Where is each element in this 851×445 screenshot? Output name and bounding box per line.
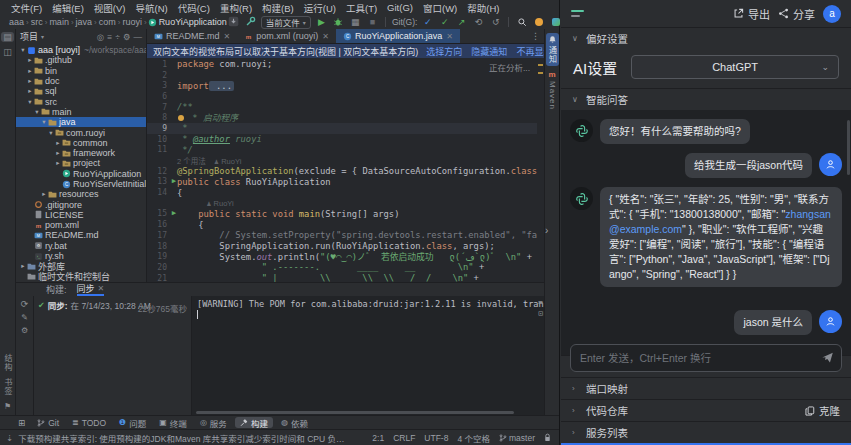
menu-item[interactable]: 代码(C) bbox=[173, 1, 215, 15]
menu-item[interactable]: 工具(T) bbox=[341, 1, 382, 15]
tree-item-license[interactable]: LICENSE bbox=[16, 210, 146, 220]
chat-bubble[interactable]: { "姓名": "张三", "年龄": 25, "性别": "男", "联系方式… bbox=[600, 187, 842, 287]
git-push-icon[interactable]: ↗ bbox=[455, 16, 468, 28]
breadcrumb-item[interactable]: main bbox=[48, 17, 70, 27]
close-icon[interactable]: ✕ bbox=[322, 32, 329, 41]
tree-item-readme.md[interactable]: MREADME.md bbox=[16, 230, 146, 240]
git-rollback-icon[interactable]: ↺ bbox=[489, 16, 502, 28]
chevron-down-icon[interactable]: ▾ bbox=[19, 46, 27, 54]
wrench-icon[interactable] bbox=[244, 15, 257, 29]
tree-item-java[interactable]: ▾java bbox=[16, 117, 146, 127]
chat-bubble[interactable]: 给我生成一段jason代码 bbox=[685, 153, 812, 178]
chat-bubble[interactable]: jason 是什么 bbox=[734, 310, 812, 335]
filter-settings-icon[interactable]: ⚙ bbox=[21, 326, 28, 335]
chat-scrollbar[interactable] bbox=[847, 120, 850, 175]
chevron-right-icon[interactable]: ▸ bbox=[19, 262, 27, 270]
chevron-down-icon[interactable]: ▾ bbox=[26, 98, 34, 106]
build-tab-sync[interactable]: 同步✕ bbox=[77, 283, 105, 296]
collapse-icon[interactable]: ÷ bbox=[115, 32, 120, 42]
banner-action[interactable]: 不再显示 bbox=[516, 45, 544, 58]
code-line[interactable]: RuoYi bbox=[147, 198, 544, 209]
chevron-right-icon[interactable]: ▸ bbox=[54, 149, 62, 157]
chevron-down-icon[interactable]: ▾ bbox=[47, 129, 55, 137]
menu-item[interactable]: 重构(R) bbox=[215, 1, 257, 15]
tree-item-ruoyiservletinitiali[interactable]: CRuoYiServletInitiali bbox=[16, 179, 146, 189]
tree-item-ruoyiapplication[interactable]: RuoYiApplication bbox=[16, 169, 146, 179]
maven-tool-button[interactable]: m Maven bbox=[548, 70, 557, 110]
section-服务列表[interactable]: ›服务列表 bbox=[561, 421, 851, 443]
project-panel-title[interactable]: 项目 bbox=[20, 30, 38, 43]
chevron-down-icon[interactable]: ▾ bbox=[40, 118, 48, 126]
close-icon[interactable]: ✕ bbox=[98, 284, 105, 293]
toolwindow-todo-button[interactable]: ≣TODO bbox=[67, 417, 111, 428]
refresh-icon[interactable]: ⟳ bbox=[21, 299, 29, 309]
breadcrumb-item[interactable]: com bbox=[98, 17, 117, 27]
tab-ruoyiapplication.java[interactable]: CRuoYiApplication.java✕ bbox=[336, 29, 460, 43]
tree-item-ry.bat[interactable]: ⚙ry.bat bbox=[16, 241, 146, 251]
close-icon[interactable]: ✕ bbox=[224, 32, 231, 41]
preferences-section-header[interactable]: ∨ 偏好设置 bbox=[561, 27, 851, 49]
toolwindow-git-button[interactable]: Git bbox=[32, 417, 64, 428]
chevron-right-icon[interactable]: ▸ bbox=[26, 87, 34, 95]
send-icon[interactable] bbox=[821, 351, 834, 364]
code-editor[interactable]: 正在分析... 1package com.ruoyi;23import ...6… bbox=[147, 58, 544, 282]
caret-position[interactable]: 2:1 bbox=[372, 433, 384, 443]
code-line[interactable]: 8 * 启动程序 bbox=[147, 112, 544, 123]
menu-item[interactable]: 窗口(W) bbox=[418, 1, 462, 15]
tree-item-aaa-ruoyi-[interactable]: ▾aaa [ruoyi]~/workspace/aaa bbox=[16, 45, 146, 55]
stop-icon[interactable]: ■ bbox=[366, 16, 379, 28]
code-line[interactable]: 16 { bbox=[147, 219, 544, 230]
intention-bulb-icon[interactable] bbox=[178, 115, 184, 121]
menu-icon[interactable] bbox=[571, 10, 584, 17]
git-history-icon[interactable]: ⟲ bbox=[472, 16, 485, 28]
code-line[interactable]: 10 * @author ruoyi bbox=[147, 134, 544, 145]
code-line[interactable]: 21 " | _ _ \\ \\ \\ / / \n" + bbox=[147, 273, 544, 282]
window-icon[interactable]: ⊞ bbox=[18, 418, 25, 428]
code-line[interactable]: 2 个用法RuoYi bbox=[147, 155, 544, 166]
tree-item--[interactable]: 临时文件和控制台 bbox=[16, 272, 146, 282]
chevron-right-icon[interactable]: ▸ bbox=[26, 56, 34, 64]
commit-tool-button[interactable]: ◫ bbox=[3, 47, 12, 57]
tree-item-bin[interactable]: ▸bin bbox=[16, 66, 146, 76]
code-line[interactable]: 14{ bbox=[147, 187, 544, 198]
chevron-right-icon[interactable]: ▸ bbox=[54, 139, 62, 147]
run-gutter-icon[interactable]: ▶ bbox=[172, 177, 176, 185]
pin-icon[interactable]: ✎ bbox=[21, 313, 28, 322]
git-commit-icon[interactable]: ✓ bbox=[438, 16, 451, 28]
chevron-right-icon[interactable]: ▸ bbox=[26, 67, 34, 75]
code-line[interactable]: 3import ... bbox=[147, 80, 544, 91]
breadcrumb-item[interactable]: ruoyi bbox=[121, 17, 143, 27]
tree-item--[interactable]: ▸外部库 bbox=[16, 261, 146, 271]
tree-item-resources[interactable]: ▸resources bbox=[16, 189, 146, 199]
tree-item-src[interactable]: ▾src bbox=[16, 96, 146, 106]
notifications-tool-button[interactable]: 通知 bbox=[546, 33, 559, 66]
breadcrumb-item[interactable]: java bbox=[75, 17, 94, 27]
tree-item-.gitignore[interactable]: .gitignore bbox=[16, 199, 146, 209]
code-line[interactable]: 12@SpringBootApplication(exclude = { Dat… bbox=[147, 166, 544, 177]
export-button[interactable]: 导出 bbox=[733, 6, 770, 22]
clone-button[interactable]: 克隆 bbox=[805, 403, 840, 418]
tree-item-.github[interactable]: ▸.github bbox=[16, 55, 146, 65]
menu-item[interactable]: 导航(N) bbox=[130, 1, 172, 15]
breadcrumb-item[interactable]: aaa bbox=[8, 17, 25, 27]
code-line[interactable]: 6 bbox=[147, 91, 544, 102]
tree-item-pom.xml[interactable]: mpom.xml bbox=[16, 220, 146, 230]
code-line[interactable]: 1package com.ruoyi; bbox=[147, 59, 544, 70]
chevron-right-icon[interactable]: ▸ bbox=[26, 77, 34, 85]
tree-item-main[interactable]: ▾main bbox=[16, 107, 146, 117]
options-icon[interactable]: ≡ bbox=[107, 32, 112, 42]
build-console[interactable]: [WARNING] The POM for com.alibaba:druid:… bbox=[192, 296, 544, 415]
chat-bubble[interactable]: 您好！有什么需要帮助的吗? bbox=[600, 119, 750, 144]
project-tool-button[interactable]: ▤ bbox=[1, 32, 14, 42]
code-line[interactable]: 13▶public class RuoYiApplication bbox=[147, 177, 544, 188]
tree-item-framework[interactable]: ▸framework bbox=[16, 148, 146, 158]
coverage-icon[interactable]: ▦ bbox=[349, 16, 362, 28]
tree-item-common[interactable]: ▸common bbox=[16, 138, 146, 148]
line-separator[interactable]: CRLF bbox=[393, 433, 415, 443]
toolwindow-services-button[interactable]: ◎服务 bbox=[195, 417, 232, 428]
chevron-down-icon[interactable]: ▾ bbox=[33, 108, 41, 116]
share-button[interactable]: 分享 bbox=[778, 6, 815, 22]
menu-item[interactable]: 编辑(E) bbox=[47, 1, 89, 15]
tree-item-ry.sh[interactable]: ›_ry.sh bbox=[16, 251, 146, 261]
menu-item[interactable]: 帮助(H) bbox=[462, 1, 504, 15]
